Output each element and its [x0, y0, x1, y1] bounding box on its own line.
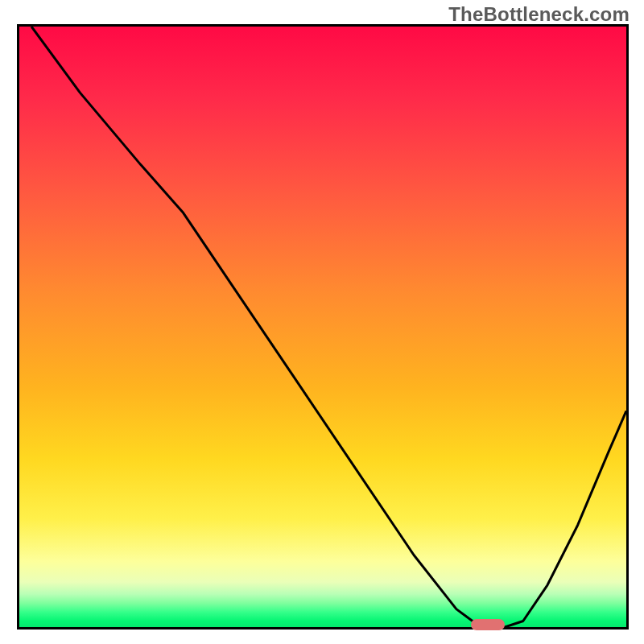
curve-svg [19, 27, 626, 627]
optimal-marker [471, 619, 505, 631]
watermark-text: TheBottleneck.com [448, 3, 630, 26]
chart-container: TheBottleneck.com [0, 0, 644, 644]
plot-area [17, 24, 629, 630]
bottleneck-curve [31, 27, 626, 627]
